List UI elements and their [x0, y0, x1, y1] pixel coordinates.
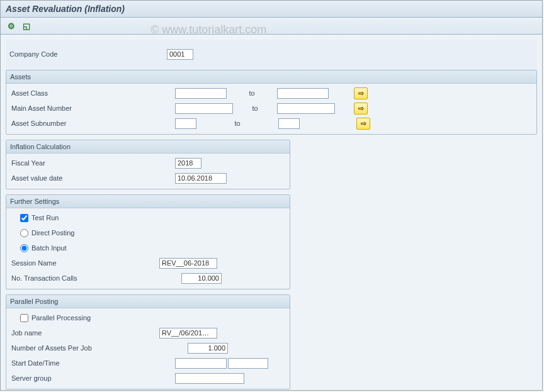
title-bar: Asset Revaluation (Inflation) [1, 1, 542, 18]
asset-sub-to-input[interactable] [278, 118, 300, 129]
main-asset-from-input[interactable] [175, 103, 233, 114]
asset-class-multiple-button[interactable]: ⇨ [354, 87, 368, 99]
sap-screen: Asset Revaluation (Inflation) ⚙ ◱ © www.… [0, 0, 543, 391]
arrow-right-icon: ⇨ [361, 120, 366, 128]
main-asset-to-label: to [233, 104, 277, 112]
asset-value-date-label: Asset value date [8, 174, 175, 182]
company-code-input[interactable] [167, 49, 193, 60]
assets-group: Assets Asset Class to ⇨ Main Asset Numbe… [6, 70, 537, 135]
asset-sub-from-input[interactable] [175, 118, 196, 129]
assets-per-job-input[interactable] [188, 343, 228, 354]
direct-posting-label: Direct Posting [31, 229, 74, 237]
test-run-label: Test Run [31, 214, 59, 221]
page-title: Asset Revaluation (Inflation) [6, 4, 125, 14]
parallel-processing-checkbox[interactable]: Parallel Processing [20, 314, 91, 322]
start-date-input[interactable] [175, 358, 227, 369]
inflation-group: Inflation Calculation Fiscal Year Asset … [6, 140, 290, 189]
main-asset-row: Main Asset Number to ⇨ [8, 101, 535, 115]
server-group-label: Server group [8, 374, 175, 382]
main-asset-to-input[interactable] [277, 103, 335, 114]
execute-icon: ⚙ [8, 21, 15, 31]
start-dt-label: Start Date/Time [8, 359, 175, 367]
asset-sub-row: Asset Subnumber to ⇨ [8, 116, 535, 130]
fiscal-year-input[interactable] [175, 158, 201, 169]
execute-button[interactable]: ⚙ [4, 20, 18, 32]
parallel-title: Parallel Posting [6, 295, 290, 308]
parallel-processing-label: Parallel Processing [31, 314, 91, 322]
session-name-label: Session Name [8, 259, 159, 267]
start-time-input[interactable] [228, 358, 268, 369]
arrow-right-icon: ⇨ [358, 104, 364, 113]
asset-value-date-input[interactable] [175, 173, 227, 184]
asset-sub-multiple-button[interactable]: ⇨ [356, 118, 370, 130]
company-code-area: Company Code [6, 40, 537, 70]
server-group-input[interactable] [175, 373, 244, 384]
batch-input-radio[interactable]: Batch Input [20, 244, 67, 252]
assets-title: Assets [6, 70, 536, 84]
further-group: Further Settings Test Run Direct Posting [6, 194, 290, 289]
parallel-group: Parallel Posting Parallel Processing Job… [6, 294, 290, 389]
further-title: Further Settings [6, 195, 290, 208]
asset-class-from-input[interactable] [175, 88, 227, 99]
tx-calls-input[interactable] [181, 273, 222, 284]
asset-sub-to-label: to [196, 120, 278, 127]
test-run-input[interactable] [20, 214, 28, 222]
inflation-title: Inflation Calculation [6, 140, 290, 154]
asset-class-to-label: to [227, 89, 277, 97]
direct-posting-radio[interactable]: Direct Posting [20, 229, 74, 237]
session-name-input[interactable] [159, 258, 217, 269]
company-code-label: Company Code [6, 50, 167, 58]
fiscal-year-label: Fiscal Year [8, 159, 175, 167]
asset-class-row: Asset Class to ⇨ [8, 86, 535, 100]
get-variant-button[interactable]: ◱ [20, 20, 33, 32]
tx-calls-label: No. Transaction Calls [8, 274, 181, 282]
main-asset-multiple-button[interactable]: ⇨ [354, 103, 368, 115]
parallel-processing-input[interactable] [20, 314, 28, 322]
asset-class-to-input[interactable] [277, 88, 329, 99]
batch-input-label: Batch Input [31, 244, 67, 252]
arrow-right-icon: ⇨ [358, 89, 364, 98]
direct-posting-input[interactable] [20, 229, 28, 237]
body-area: Company Code Assets Asset Class to ⇨ Mai… [1, 35, 542, 392]
batch-input-input[interactable] [20, 244, 28, 252]
asset-class-label: Asset Class [8, 89, 175, 97]
application-toolbar: ⚙ ◱ [1, 18, 542, 35]
assets-per-job-label: Number of Assets Per Job [8, 344, 188, 352]
main-asset-label: Main Asset Number [8, 104, 175, 112]
test-run-checkbox[interactable]: Test Run [20, 214, 59, 222]
variant-icon: ◱ [23, 21, 30, 31]
job-name-input[interactable] [159, 328, 217, 339]
job-name-label: Job name [8, 329, 159, 337]
asset-sub-label: Asset Subnumber [8, 120, 175, 127]
